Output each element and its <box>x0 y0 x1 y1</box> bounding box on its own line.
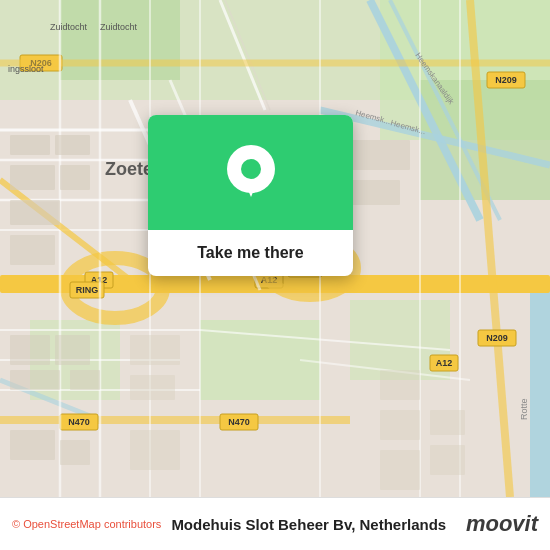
osm-contributors: contributors <box>104 518 161 530</box>
svg-rect-75 <box>350 140 410 170</box>
svg-text:N209: N209 <box>486 333 508 343</box>
svg-rect-70 <box>55 135 90 155</box>
svg-rect-79 <box>10 370 60 390</box>
svg-rect-71 <box>10 165 55 190</box>
moovit-label: moovit <box>466 511 538 536</box>
svg-text:N470: N470 <box>68 417 90 427</box>
svg-rect-78 <box>55 335 90 365</box>
svg-rect-74 <box>10 235 55 265</box>
svg-rect-76 <box>350 180 400 205</box>
location-name-text: Modehuis Slot Beheer Bv, <box>171 516 355 533</box>
svg-rect-2 <box>60 0 180 80</box>
svg-rect-72 <box>60 165 90 190</box>
svg-rect-85 <box>130 430 180 470</box>
bottom-bar: © OpenStreetMap contributors Modehuis Sl… <box>0 497 550 550</box>
svg-text:Zuidtocht: Zuidtocht <box>50 22 88 32</box>
svg-text:RING: RING <box>76 285 99 295</box>
svg-text:ingssloot: ingssloot <box>8 64 44 74</box>
svg-rect-82 <box>60 440 90 465</box>
svg-point-92 <box>241 159 261 179</box>
map-container: A12 A12 A12 RING RING N206 N209 N209 N47… <box>0 0 550 497</box>
svg-rect-90 <box>430 445 465 475</box>
moovit-logo: moovit <box>466 511 538 537</box>
location-country-text: Netherlands <box>359 516 446 533</box>
svg-text:N470: N470 <box>228 417 250 427</box>
svg-rect-73 <box>10 200 60 225</box>
svg-rect-87 <box>380 410 420 440</box>
osm-copyright-symbol: © <box>12 518 20 530</box>
svg-rect-89 <box>430 410 465 435</box>
popup-header <box>148 115 353 230</box>
svg-rect-69 <box>10 135 50 155</box>
svg-rect-88 <box>380 450 420 490</box>
osm-attribution: © OpenStreetMap contributors <box>12 518 161 530</box>
svg-text:A12: A12 <box>436 358 453 368</box>
osm-brand: OpenStreetMap <box>23 518 101 530</box>
location-pin-icon <box>227 145 275 201</box>
take-me-there-button[interactable]: Take me there <box>148 230 353 276</box>
svg-text:Zuidtocht: Zuidtocht <box>100 22 138 32</box>
svg-rect-83 <box>130 335 180 365</box>
svg-rect-81 <box>10 430 55 460</box>
svg-rect-77 <box>10 335 50 365</box>
svg-rect-84 <box>130 375 175 400</box>
svg-rect-11 <box>530 280 550 497</box>
svg-text:Rotte: Rotte <box>519 398 529 420</box>
svg-text:N209: N209 <box>495 75 517 85</box>
svg-rect-80 <box>70 370 100 390</box>
svg-rect-86 <box>380 370 420 400</box>
location-name: Modehuis Slot Beheer Bv, Netherlands <box>171 516 456 533</box>
location-popup: Take me there <box>148 115 353 276</box>
